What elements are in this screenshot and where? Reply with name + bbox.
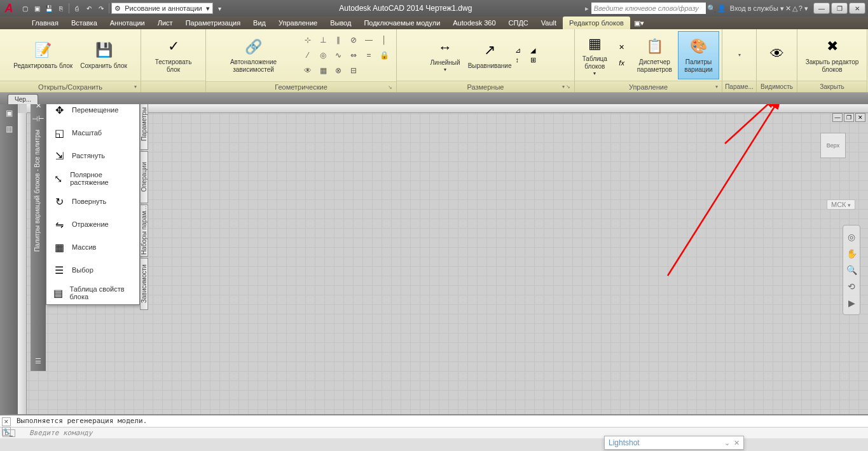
param-manager-button[interactable]: 📋Диспетчер параметров: [631, 31, 678, 79]
palette-tab-paramsets[interactable]: Наборы парам...: [140, 205, 148, 257]
auto-constrain-button[interactable]: 🔗Автоналожение зависимостей: [209, 31, 298, 79]
open-icon[interactable]: ▣: [31, 3, 43, 14]
param-panel-dropdown[interactable]: ▾: [734, 36, 745, 74]
menu-a360[interactable]: Autodesk 360: [446, 17, 502, 29]
block-table-button[interactable]: ▦Таблица блоков▾: [577, 31, 612, 79]
menu-expand-icon[interactable]: ▣▾: [630, 17, 648, 29]
minimize-button[interactable]: —: [813, 3, 830, 14]
palette-item-array[interactable]: ▦Массив: [46, 236, 139, 259]
palette-item-flip[interactable]: ⇋Отражение: [46, 213, 139, 236]
workspace-combo[interactable]: ⚙Рисование и аннотации▾: [111, 3, 213, 14]
lightshot-close-icon[interactable]: ✕: [734, 439, 740, 447]
app-logo[interactable]: A: [0, 0, 18, 17]
mdi-close[interactable]: ✕: [855, 113, 865, 122]
panel-visibility[interactable]: Видимость: [757, 81, 797, 92]
horizontal-icon[interactable]: —: [362, 33, 376, 47]
palette-item-lookup[interactable]: ☰Выбор: [46, 259, 139, 281]
panel-close[interactable]: Закрыть: [797, 81, 867, 92]
dim3-icon[interactable]: ↕: [515, 56, 529, 64]
menu-annotate[interactable]: Аннотации: [104, 17, 151, 29]
nav-orbit-icon[interactable]: ⟲: [844, 279, 859, 294]
menu-vault[interactable]: Vault: [535, 17, 563, 29]
menu-home[interactable]: Главная: [25, 17, 65, 29]
panel-parameters[interactable]: Параме...: [722, 81, 756, 92]
close-button[interactable]: ✕: [849, 3, 865, 14]
nav-pan-icon[interactable]: ✋: [844, 246, 859, 261]
parallel-icon[interactable]: ∥: [331, 33, 345, 47]
visibility-button[interactable]: 👁: [763, 31, 791, 79]
fx-button[interactable]: fx: [615, 56, 629, 70]
mdi-min[interactable]: —: [832, 113, 843, 122]
panel-open-save[interactable]: Открыть/Сохранить▾: [0, 81, 141, 92]
panel-manage[interactable]: Управление▾: [575, 81, 722, 92]
close-block-editor-button[interactable]: ✖Закрыть редактор блоков: [800, 31, 864, 79]
nav-wheel-icon[interactable]: ◎: [844, 229, 859, 245]
nav-showmotion-icon[interactable]: ▶: [844, 295, 859, 311]
redo-icon[interactable]: ↷: [95, 3, 107, 14]
equal-icon[interactable]: =: [362, 48, 376, 62]
dim4-icon[interactable]: ⊞: [530, 56, 544, 64]
dim2-icon[interactable]: ◢: [530, 46, 544, 55]
search-input[interactable]: Введите ключевое слово/фразу: [591, 3, 706, 14]
dim1-icon[interactable]: ⊿: [515, 46, 529, 55]
show-icon[interactable]: 👁: [301, 64, 315, 77]
authoring-palettes-button[interactable]: 🎨Палитры вариации: [678, 31, 719, 79]
colinear-icon[interactable]: ∕: [301, 48, 315, 62]
palette-props-icon[interactable]: ☰: [32, 355, 44, 367]
symmetric-icon[interactable]: ⇔: [347, 48, 361, 62]
help-cloud-icon[interactable]: △: [792, 4, 797, 13]
panel-dimensional[interactable]: Размерные▾ ↘: [397, 81, 574, 92]
edit-block-button[interactable]: 📝Редактировать блок: [10, 31, 76, 79]
viewcube[interactable]: Верх: [811, 123, 855, 168]
panel-geometric[interactable]: Геометрические↘: [206, 81, 396, 92]
menu-spds[interactable]: СПДС: [502, 17, 535, 29]
lightshot-popup[interactable]: Lightshot ⌄✕: [604, 436, 744, 450]
menu-output[interactable]: Вывод: [324, 17, 357, 29]
hideall-icon[interactable]: ⊟: [347, 64, 361, 77]
drawing-canvas[interactable]: ▣ ▥ — ❐ ✕ ✕ ⊣⊢ Палитры вариаций блоков -…: [0, 104, 868, 414]
saveas-icon[interactable]: ⎘: [55, 3, 67, 14]
menu-block-editor[interactable]: Редактор блоков: [563, 17, 630, 29]
new-icon[interactable]: ▢: [19, 3, 31, 14]
nav-zoom-icon[interactable]: 🔍: [844, 262, 859, 278]
qat-more-icon[interactable]: ▾: [214, 3, 225, 14]
palette-item-proptable[interactable]: ▤Таблица свойств блока: [46, 281, 139, 304]
menu-parametric[interactable]: Параметризация: [179, 17, 247, 29]
cmd-options-icon[interactable]: 🔧: [2, 427, 11, 436]
save-block-button[interactable]: 💾Сохранить блок: [76, 31, 131, 79]
smooth-icon[interactable]: ∿: [331, 48, 345, 62]
viewcube-face[interactable]: Верх: [820, 133, 846, 158]
mdi-max[interactable]: ❐: [844, 113, 854, 122]
lightshot-min-icon[interactable]: ⌄: [724, 439, 730, 447]
menu-view[interactable]: Вид: [247, 17, 272, 29]
fix-icon[interactable]: 🔒: [377, 48, 391, 62]
search-icon[interactable]: 🔍: [707, 4, 716, 13]
save-icon[interactable]: 💾: [43, 3, 55, 14]
plot-icon[interactable]: ⎙: [71, 3, 83, 14]
coincident-icon[interactable]: ⊹: [301, 33, 315, 47]
menu-plugins[interactable]: Подключаемые модули: [357, 17, 446, 29]
linear-dim-button[interactable]: ↔Линейный▾: [427, 31, 464, 79]
showall-icon[interactable]: ▦: [316, 64, 330, 77]
hide-icon[interactable]: ⊗: [331, 64, 345, 77]
perpendicular-icon[interactable]: ⊥: [316, 33, 330, 47]
maximize-button[interactable]: ❐: [831, 3, 848, 14]
ribbon: 📝Редактировать блок 💾Сохранить блок Откр…: [0, 29, 868, 93]
undo-icon[interactable]: ↶: [83, 3, 95, 14]
cmd-close-icon[interactable]: ✕: [2, 417, 11, 426]
menu-sheet[interactable]: Лист: [151, 17, 179, 29]
coord-system-label[interactable]: МСК ▾: [827, 199, 855, 210]
vertical-icon[interactable]: │: [377, 33, 391, 47]
menu-insert[interactable]: Вставка: [65, 17, 104, 29]
palette-tab-constraints[interactable]: Зависимости: [140, 258, 148, 310]
concentric-icon[interactable]: ◎: [316, 48, 330, 62]
test-block-button[interactable]: ✓Тестировать блок: [144, 31, 203, 79]
exchange-icon[interactable]: ✕: [785, 4, 791, 13]
help-icon[interactable]: ? ▾: [799, 4, 808, 13]
delete-constraint-icon[interactable]: ✕: [615, 41, 629, 55]
drawing-tab-1[interactable]: Чер...: [8, 94, 38, 104]
aligned-dim-button[interactable]: ↗Выравнивание: [464, 31, 516, 79]
menu-manage[interactable]: Управление: [272, 17, 324, 29]
signin-icon[interactable]: 👤 Вход в службы▾: [717, 4, 784, 13]
tangent-icon[interactable]: ⊘: [347, 33, 361, 47]
